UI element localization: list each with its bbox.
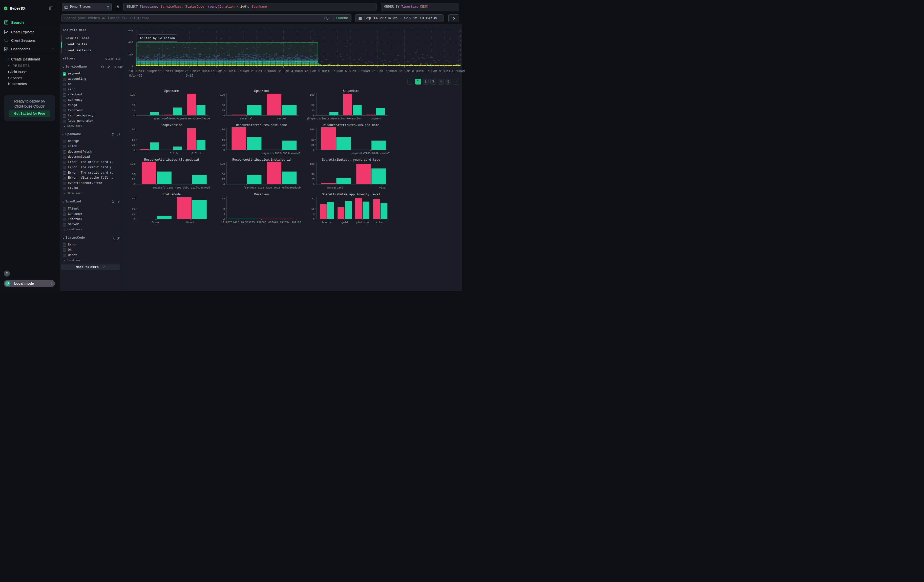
svg-text:50: 50 [311, 104, 315, 107]
svg-text:100: 100 [310, 93, 315, 96]
svg-text:grpc.oteldemo.PaymentService/C: grpc.oteldemo.PaymentService/Charge [154, 117, 210, 120]
svg-text:25: 25 [132, 143, 135, 147]
svg-text:silver: silver [375, 221, 385, 224]
svg-text:50: 50 [132, 138, 135, 142]
svg-text:50: 50 [222, 173, 225, 176]
svg-text:9/15: 9/15 [186, 74, 193, 77]
svg-text:11:30pm: 11:30pm [170, 69, 183, 73]
svg-text:Duration: Duration [254, 193, 269, 196]
svg-text:9/14/25: 9/14/25 [129, 74, 142, 77]
svg-text:@hyperdx/instrumentation-excep: @hyperdx/instrumentation-exception [307, 117, 361, 120]
svg-text:100: 100 [220, 93, 225, 96]
svg-text:5:00am: 5:00am [318, 69, 329, 73]
svg-text:4:30am: 4:30am [305, 69, 316, 73]
svg-text:0: 0 [223, 114, 225, 117]
svg-text:25: 25 [311, 143, 315, 147]
svg-text:Unset: Unset [186, 221, 194, 224]
svg-text:25: 25 [132, 213, 135, 216]
svg-text:bronze: bronze [322, 221, 332, 224]
svg-text:583275: 583275 [245, 221, 255, 224]
svg-text:0: 0 [223, 148, 225, 152]
svg-text:payment-7985c8969c-mwmw7: payment-7985c8969c-mwmw7 [262, 152, 300, 155]
svg-text:25: 25 [222, 178, 225, 181]
svg-text:10:00am: 10:00am [452, 69, 462, 73]
svg-text:5:30am: 5:30am [332, 69, 343, 73]
svg-text:759085: 759085 [257, 221, 266, 224]
svg-text:ResourceAttribu..ice.instance.: ResourceAttribu..ice.instance.id [232, 158, 290, 162]
svg-text:16: 16 [311, 208, 315, 211]
svg-text:16: 16 [222, 197, 225, 200]
svg-text:25: 25 [222, 143, 225, 147]
svg-text:50: 50 [132, 208, 135, 211]
svg-text:8:00am: 8:00am [399, 69, 410, 73]
svg-text:50: 50 [311, 173, 315, 176]
svg-text:gold: gold [342, 221, 348, 224]
svg-text:1019375: 1019375 [221, 221, 232, 224]
svg-text:50: 50 [222, 138, 225, 142]
svg-text:0: 0 [133, 114, 135, 117]
svg-text:Internal: Internal [240, 117, 252, 120]
svg-text:SpanAttributes.app.loyalty.lev: SpanAttributes.app.loyalty.level [322, 193, 380, 196]
svg-text:1405128: 1405128 [233, 221, 244, 224]
svg-text:3:30am: 3:30am [278, 69, 289, 73]
svg-text:payment: payment [370, 117, 381, 120]
svg-text:50: 50 [311, 138, 315, 142]
svg-text:Server: Server [277, 117, 286, 120]
svg-text:0: 0 [313, 218, 315, 221]
svg-text:8:30am: 8:30am [412, 69, 424, 73]
svg-text:2:00am: 2:00am [238, 69, 249, 73]
svg-text:SpanAttributes...yment.card_ty: SpanAttributes...yment.card_type [322, 158, 380, 162]
svg-text:4: 4 [223, 213, 225, 216]
svg-text:f5344ec9-a1ea-4290-a62a-78f5be: f5344ec9-a1ea-4290-a62a-78f5bee8d90b [243, 186, 300, 189]
svg-text:100: 100 [220, 128, 225, 131]
svg-text:5e02b5fb-13ae-4296-bbbc-111f42: 5e02b5fb-13ae-4296-bbbc-111f423c460d [153, 186, 210, 189]
svg-text:0: 0 [133, 183, 135, 186]
svg-text:200: 200 [128, 53, 133, 56]
svg-text:7:00am: 7:00am [372, 69, 383, 73]
svg-text:ResourceAttributes.host.name: ResourceAttributes.host.name [236, 124, 287, 127]
svg-text:0: 0 [313, 148, 315, 152]
svg-text:100: 100 [220, 162, 225, 165]
svg-text:4:00am: 4:00am [291, 69, 303, 73]
svg-text:25: 25 [222, 109, 225, 112]
svg-text:807648: 807648 [268, 221, 278, 224]
svg-text:25: 25 [311, 109, 315, 112]
svg-text:100: 100 [310, 128, 315, 131]
svg-text:payment-7985c8969c-mwmw7: payment-7985c8969c-mwmw7 [351, 152, 389, 155]
svg-text:1:00am: 1:00am [211, 69, 222, 73]
svg-text:0.51.1: 0.51.1 [191, 152, 201, 155]
svg-text:842654: 842654 [280, 221, 289, 224]
svg-text:ResourceAttributes.k8s.pod.nam: ResourceAttributes.k8s.pod.name [323, 124, 379, 127]
svg-text:10:30pm: 10:30pm [142, 69, 156, 73]
svg-text:6:00am: 6:00am [345, 69, 356, 73]
svg-text:100: 100 [310, 162, 315, 165]
svg-text:6:30am: 6:30am [358, 69, 370, 73]
svg-text:8: 8 [223, 208, 225, 211]
svg-text:ScopeVersion: ScopeVersion [161, 124, 182, 127]
svg-text:StatusCode: StatusCode [162, 193, 181, 196]
svg-text:8: 8 [313, 213, 315, 216]
svg-text:12:00am: 12:00am [183, 69, 196, 73]
svg-text:0: 0 [133, 218, 135, 221]
svg-text:11:00pm: 11:00pm [156, 69, 169, 73]
svg-text:mastercard: mastercard [327, 186, 343, 189]
svg-text:50: 50 [222, 104, 225, 107]
svg-text:9:30am: 9:30am [439, 69, 450, 73]
svg-text:SpanKind: SpanKind [254, 89, 269, 93]
svg-text:1:30am: 1:30am [224, 69, 236, 73]
svg-text:0.1.0: 0.1.0 [170, 152, 178, 155]
svg-text:0: 0 [133, 148, 135, 152]
svg-text:400: 400 [128, 41, 133, 44]
svg-text:25: 25 [132, 109, 135, 112]
svg-text:SpanName: SpanName [164, 89, 179, 93]
svg-text:600: 600 [128, 29, 133, 32]
svg-text:0: 0 [313, 183, 315, 186]
svg-text:Error: Error [152, 221, 160, 224]
svg-text:0: 0 [223, 218, 225, 221]
svg-text:2:30am: 2:30am [251, 69, 262, 73]
svg-text:32: 32 [311, 197, 315, 200]
svg-text:ScopeName: ScopeName [343, 89, 359, 93]
svg-text:9:00am: 9:00am [426, 69, 437, 73]
svg-text:50: 50 [132, 173, 135, 176]
svg-text:ResourceAttributes.k8s.pod.uid: ResourceAttributes.k8s.pod.uid [144, 158, 199, 162]
